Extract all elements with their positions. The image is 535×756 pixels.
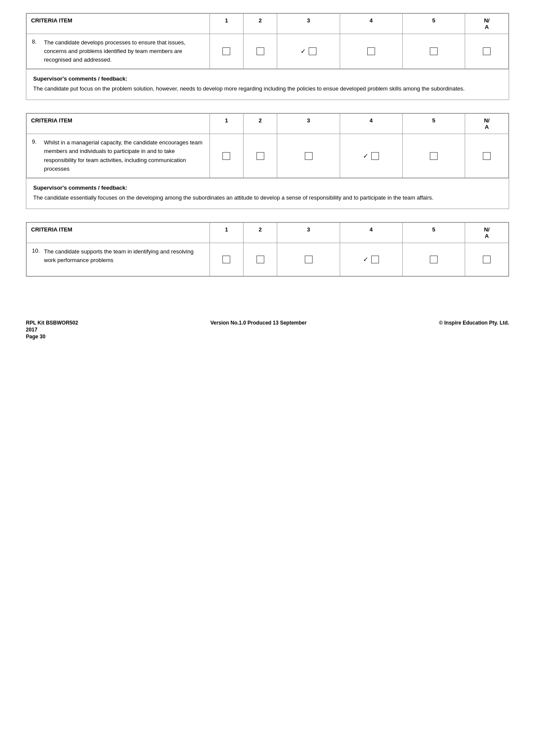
feedback-text-section8: The candidate put focus on the problem s… [33,84,502,94]
header-1: 1 [210,222,243,243]
checkbox-na[interactable] [483,152,491,160]
footer-copyright: © Inspire Education Pty. Ltd. [439,320,509,326]
checkbox-4[interactable] [371,152,379,160]
header-4: 4 [340,222,402,243]
checkbox-5[interactable] [430,256,438,263]
header-2: 2 [244,114,277,134]
score-cell-3-section10[interactable] [277,243,340,276]
score-cell-2-section8[interactable] [244,34,277,69]
score-cell-5-section10[interactable] [403,243,465,276]
checkbox-4[interactable] [371,256,379,263]
header-5: 5 [403,114,465,134]
checkmark-4: ✓ [363,152,369,160]
checkbox-5[interactable] [430,47,438,55]
checkbox-1[interactable] [222,152,230,160]
checkbox-na[interactable] [483,47,491,55]
feedback-section-section8: Supervisor's comments / feedback:The can… [26,69,509,100]
criteria-table-wrap-section9: CRITERIA ITEM12345N/A9.Whilst in a manag… [26,113,509,178]
header-item: CRITERIA ITEM [27,222,210,243]
item-cell-section8: 8.The candidate develops processes to en… [27,34,210,69]
header-1: 1 [210,114,243,134]
section-section8: CRITERIA ITEM12345N/A8.The candidate dev… [26,13,509,100]
criteria-table-wrap-section10: CRITERIA ITEM12345N/A10.The candidate su… [26,222,509,277]
score-cell-5-section8[interactable] [403,34,465,69]
section-section10: CRITERIA ITEM12345N/A10.The candidate su… [26,222,509,277]
checkbox-1[interactable] [222,47,230,55]
score-cell-2-section9[interactable] [244,134,277,178]
score-cell-1-section9[interactable] [210,134,243,178]
header-3: 3 [277,222,340,243]
item-number: 10. [32,247,41,265]
header-4: 4 [340,114,402,134]
item-number: 9. [32,138,41,173]
checkbox-2[interactable] [257,256,264,263]
checkbox-5[interactable] [430,152,438,160]
header-5: 5 [403,14,465,34]
item-cell-section10: 10.The candidate supports the team in id… [27,243,210,276]
checkbox-3[interactable] [305,256,313,263]
score-cell-4-section8[interactable] [340,34,402,69]
header-2: 2 [244,222,277,243]
section-section9: CRITERIA ITEM12345N/A9.Whilst in a manag… [26,113,509,209]
score-cell-1-section10[interactable] [210,243,243,276]
checkbox-2[interactable] [257,152,264,160]
footer-page: Page 30 [26,334,78,340]
item-number: 8. [32,38,41,64]
footer-kit: RPL Kit BSBWOR502 [26,320,78,326]
score-cell-na-section9[interactable] [465,134,509,178]
header-4: 4 [340,14,402,34]
item-text: The candidate develops processes to ensu… [44,38,204,64]
feedback-text-section9: The candidate essentially focuses on the… [33,194,502,203]
score-cell-4-section9[interactable]: ✓ [340,134,402,178]
checkbox-na[interactable] [483,256,491,263]
header-na: N/A [465,14,509,34]
score-cell-1-section8[interactable] [210,34,243,69]
criteria-table-wrap-section8: CRITERIA ITEM12345N/A8.The candidate dev… [26,13,509,69]
footer-year: 2017 [26,327,78,333]
feedback-section-section9: Supervisor's comments / feedback:The can… [26,178,509,209]
checkmark-4: ✓ [363,256,369,263]
score-cell-4-section10[interactable]: ✓ [340,243,402,276]
header-item: CRITERIA ITEM [27,114,210,134]
item-text: Whilst in a managerial capacity, the can… [44,138,204,173]
checkbox-4[interactable] [367,47,375,55]
checkbox-1[interactable] [222,256,230,263]
item-cell-section9: 9.Whilst in a managerial capacity, the c… [27,134,210,178]
header-na: N/A [465,222,509,243]
criteria-table-section8: CRITERIA ITEM12345N/A8.The candidate dev… [26,13,509,69]
checkbox-3[interactable] [305,152,313,160]
checkbox-3[interactable] [309,47,316,55]
page-footer: RPL Kit BSBWOR502 2017 Page 30 Version N… [26,320,509,340]
footer-right: © Inspire Education Pty. Ltd. [439,320,509,340]
criteria-table-section10: CRITERIA ITEM12345N/A10.The candidate su… [26,222,509,276]
score-cell-3-section8[interactable]: ✓ [277,34,340,69]
score-cell-na-section10[interactable] [465,243,509,276]
header-1: 1 [210,14,243,34]
header-item: CRITERIA ITEM [27,14,210,34]
header-5: 5 [403,222,465,243]
header-3: 3 [277,114,340,134]
footer-center: Version No.1.0 Produced 13 September [210,320,307,340]
header-na: N/A [465,114,509,134]
feedback-label-section8: Supervisor's comments / feedback: [33,75,502,82]
checkmark-3: ✓ [300,47,306,55]
item-text: The candidate supports the team in ident… [44,247,204,265]
feedback-label-section9: Supervisor's comments / feedback: [33,184,502,191]
footer-left: RPL Kit BSBWOR502 2017 Page 30 [26,320,78,340]
score-cell-3-section9[interactable] [277,134,340,178]
header-2: 2 [244,14,277,34]
header-3: 3 [277,14,340,34]
score-cell-5-section9[interactable] [403,134,465,178]
score-cell-na-section8[interactable] [465,34,509,69]
criteria-table-section9: CRITERIA ITEM12345N/A9.Whilst in a manag… [26,113,509,178]
score-cell-2-section10[interactable] [244,243,277,276]
checkbox-2[interactable] [257,47,264,55]
footer-version: Version No.1.0 Produced 13 September [210,320,307,326]
